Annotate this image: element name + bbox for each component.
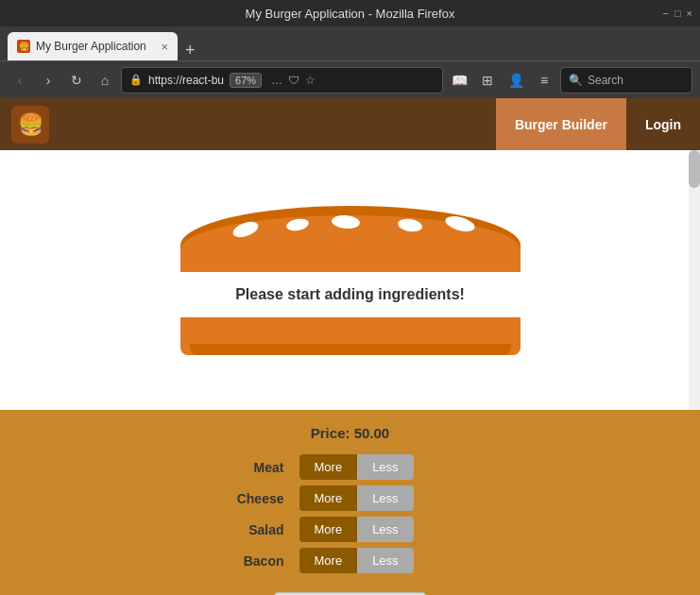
menu-button[interactable]: ≡ xyxy=(532,68,556,93)
reload-button[interactable]: ↻ xyxy=(64,68,89,93)
ingredients-instruction: Please start adding ingredients! xyxy=(235,286,465,303)
burger-bottom-bun xyxy=(180,317,521,355)
cheese-less-button[interactable]: Less xyxy=(357,485,413,511)
bacon-label: Bacon xyxy=(218,553,284,569)
meat-more-button[interactable]: More xyxy=(299,454,358,480)
minimize-icon[interactable]: − xyxy=(662,8,668,19)
close-icon[interactable]: × xyxy=(687,8,692,19)
logo-icon: 🍔 xyxy=(18,112,43,137)
nav-bar: ‹ › ↻ ⌂ 🔒 https://react-bu 67% … 🛡 ☆ 📖 ⊞… xyxy=(0,60,700,98)
nav-login[interactable]: Login xyxy=(626,98,700,150)
controls-section: Price: 50.00 Meat More Less Cheese More … xyxy=(0,410,700,595)
window-title: My Burger Application - Mozilla Firefox xyxy=(246,7,455,21)
tab-bar: 🍔 My Burger Application × + xyxy=(0,26,700,60)
lock-icon: 🔒 xyxy=(129,74,143,86)
meat-less-button[interactable]: Less xyxy=(357,454,413,480)
seed-4 xyxy=(397,216,423,232)
main-content: Please start adding ingredients! xyxy=(0,150,700,410)
search-icon: 🔍 xyxy=(569,74,583,87)
scrollbar-thumb[interactable] xyxy=(689,150,700,188)
back-button[interactable]: ‹ xyxy=(8,68,32,93)
more-options-icon[interactable]: … xyxy=(271,74,282,87)
maximize-icon[interactable]: □ xyxy=(674,8,681,19)
search-placeholder: Search xyxy=(588,74,623,87)
search-bar[interactable]: 🔍 Search xyxy=(560,67,692,94)
seed-3 xyxy=(331,213,360,230)
nav-icons: 📖 ⊞ 👤 ≡ xyxy=(447,68,556,93)
cheese-label: Cheese xyxy=(218,491,284,506)
salad-more-button[interactable]: More xyxy=(299,517,358,542)
header-nav: Burger Builder Login xyxy=(496,98,700,150)
cheese-more-button[interactable]: More xyxy=(299,485,358,511)
ingredient-row-cheese: Cheese More Less xyxy=(218,485,483,511)
zoom-level: 67% xyxy=(230,73,262,88)
tab-view-button[interactable]: ⊞ xyxy=(475,68,500,93)
ingredient-row-salad: Salad More Less xyxy=(218,517,483,542)
salad-label: Salad xyxy=(218,522,284,537)
title-bar: My Burger Application - Mozilla Firefox … xyxy=(0,0,700,26)
burger-top-bun xyxy=(180,206,521,272)
price-label: Price: xyxy=(311,425,350,441)
browser-tab[interactable]: 🍔 My Burger Application × xyxy=(8,32,178,60)
seed-2 xyxy=(285,217,310,232)
url-display: https://react-bu xyxy=(148,74,224,87)
nav-burger-builder[interactable]: Burger Builder xyxy=(496,98,626,150)
tab-favicon: 🍔 xyxy=(17,40,30,53)
price-value: 50.00 xyxy=(354,425,390,441)
home-button[interactable]: ⌂ xyxy=(93,68,117,93)
profile-button[interactable]: 👤 xyxy=(504,68,528,93)
shield-icon: 🛡 xyxy=(288,74,299,87)
ingredient-row-bacon: Bacon More Less xyxy=(218,548,483,573)
close-tab-icon[interactable]: × xyxy=(161,41,168,53)
window-controls: − □ × xyxy=(662,8,692,19)
ingredient-row-meat: Meat More Less xyxy=(218,454,483,480)
scrollbar[interactable] xyxy=(689,150,700,410)
bookmark-star-icon[interactable]: ☆ xyxy=(305,74,316,87)
burger-display: Please start adding ingredients! xyxy=(176,206,525,355)
salad-less-button[interactable]: Less xyxy=(357,517,413,542)
bacon-less-button[interactable]: Less xyxy=(357,548,413,573)
app-logo: 🍔 xyxy=(11,106,49,144)
seed-1 xyxy=(230,218,260,240)
bacon-more-button[interactable]: More xyxy=(299,548,358,573)
bookmarks-button[interactable]: 📖 xyxy=(447,68,471,93)
address-bar[interactable]: 🔒 https://react-bu 67% … 🛡 ☆ xyxy=(121,67,443,94)
forward-button[interactable]: › xyxy=(36,68,60,93)
seed-5 xyxy=(443,213,476,234)
meat-label: Meat xyxy=(218,460,284,475)
app-header: 🍔 Burger Builder Login xyxy=(0,98,700,150)
new-tab-button[interactable]: + xyxy=(185,41,196,60)
tab-label: My Burger Application xyxy=(36,40,146,53)
price-display: Price: 50.00 xyxy=(311,425,389,441)
